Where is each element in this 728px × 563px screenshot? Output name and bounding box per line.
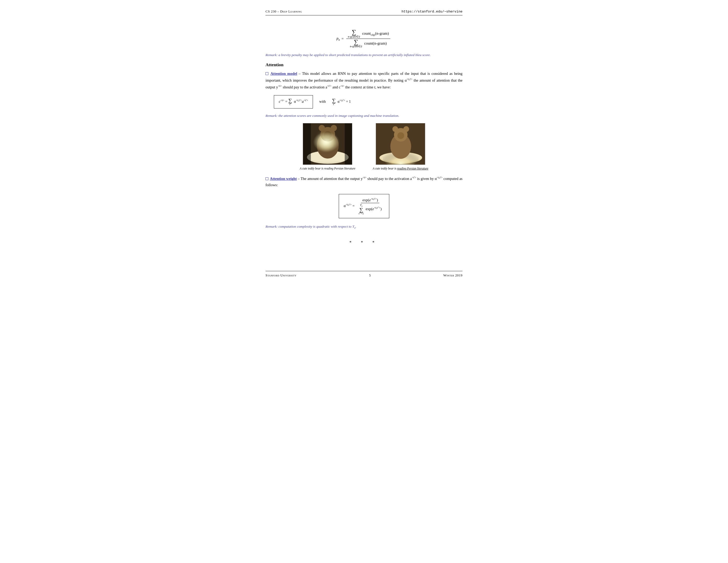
page-number: 5	[369, 273, 371, 277]
alpha-denominator: Tx ∑ t''=1 exp(e<t,t''>)	[357, 203, 383, 215]
attention-weight-formula: α<t,t'> = exp(e<t,t'>) Tx ∑ t''=1 exp(e<…	[266, 191, 462, 221]
alpha-fraction: exp(e<t,t'>) Tx ∑ t''=1 exp(e<t,t''>)	[357, 197, 383, 215]
checkbox-icon-attention-weight	[266, 177, 268, 180]
attention-weight-remark: Remark: computation complexity is quadra…	[266, 224, 462, 230]
attention-model-remark: Remark: the attention scores are commonl…	[266, 113, 462, 118]
page-header: CS 230 – Deep Learning https://stanford.…	[266, 9, 462, 15]
caption-right: A cute teddy bear is reading Persian lit…	[373, 166, 428, 170]
attention-equation-box: c<t> = ∑ t' α<t,t'>a<t'>	[274, 95, 313, 108]
attention-weight-name: Attention weight	[270, 176, 297, 181]
numerator-sum: ∑ n-gram∈ŷ	[348, 29, 360, 38]
bleu-fraction: ∑ n-gram∈ŷ countclip(n-gram) ∑ n-gram∈ŷ	[346, 29, 391, 48]
denominator-sum: ∑ n-gram∈ŷ	[350, 39, 362, 48]
svg-point-19	[397, 132, 404, 139]
svg-point-8	[324, 131, 332, 139]
svg-point-6	[319, 125, 325, 131]
svg-point-17	[392, 126, 398, 132]
main-content: pn = ∑ n-gram∈ŷ countclip(n-gram)	[266, 24, 462, 245]
image-right-block: A cute teddy bear is reading Persian lit…	[372, 123, 429, 170]
bleu-formula: pn = ∑ n-gram∈ŷ countclip(n-gram)	[337, 29, 392, 48]
stars-divider: * * *	[266, 240, 462, 245]
attention-model-block: Attention model – This model allows an R…	[266, 71, 462, 170]
image-left-block: A cute teddy bear is reading Persian lit…	[299, 123, 356, 170]
attention-section-title: Attention	[266, 62, 462, 67]
header-url: https://stanford.edu/~shervine	[402, 10, 462, 14]
bear-image-left	[303, 123, 352, 165]
pn-label: pn	[337, 36, 340, 41]
footer-date: Winter 2019	[443, 273, 462, 277]
bleu-formula-section: pn = ∑ n-gram∈ŷ countclip(n-gram)	[266, 29, 462, 48]
bleu-denominator: ∑ n-gram∈ŷ count(n-gram)	[348, 39, 388, 48]
bleu-numerator: ∑ n-gram∈ŷ countclip(n-gram)	[346, 29, 391, 39]
alpha-sum: Tx ∑ t''=1	[359, 204, 364, 215]
alpha-numerator: exp(e<t,t'>)	[361, 197, 379, 203]
page: CS 230 – Deep Learning https://stanford.…	[247, 0, 481, 287]
attention-weight-body: Attention weight – The amount of attenti…	[266, 175, 462, 188]
images-row: A cute teddy bear is reading Persian lit…	[266, 123, 462, 170]
bear-image-right	[376, 123, 425, 165]
bleu-remark: Remark: a brevity penalty may be applied…	[266, 52, 462, 58]
svg-point-18	[403, 126, 409, 132]
attention-model-name: Attention model	[270, 71, 297, 76]
caption-left: A cute teddy bear is reading Persian lit…	[300, 166, 355, 170]
page-footer: Stanford University 5 Winter 2019	[266, 271, 462, 277]
attention-weight-block: Attention weight – The amount of attenti…	[266, 175, 462, 230]
svg-point-7	[331, 125, 337, 131]
svg-point-4	[313, 128, 339, 156]
checkbox-icon-attention-model	[266, 72, 268, 75]
with-label: with	[319, 100, 326, 104]
svg-rect-9	[303, 123, 311, 165]
attention-model-body: Attention model – This model allows an R…	[266, 71, 462, 90]
equals-sign: =	[341, 36, 343, 41]
caption-link-right: reading Persian literature	[397, 167, 428, 170]
constraint-equation: ∑ t' α<t,t'> = 1	[332, 98, 351, 106]
header-title: CS 230 – Deep Learning	[266, 9, 302, 14]
attention-weight-box: α<t,t'> = exp(e<t,t'>) Tx ∑ t''=1 exp(e<…	[339, 194, 389, 218]
attention-equation-row: c<t> = ∑ t' α<t,t'>a<t'> with ∑ t'	[274, 93, 462, 111]
footer-institution: Stanford University	[266, 273, 297, 277]
equation-sum: ∑ t'	[288, 98, 292, 106]
svg-rect-10	[345, 123, 352, 165]
